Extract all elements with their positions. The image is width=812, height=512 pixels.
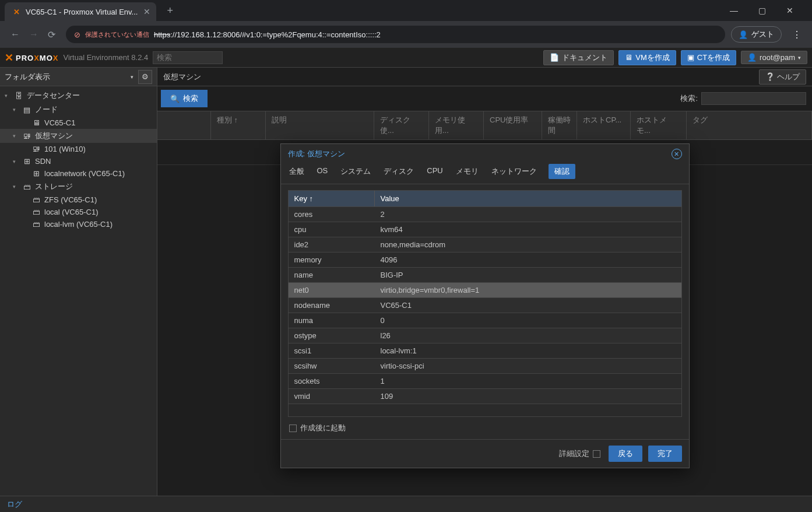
tree-item[interactable]: ▾🗄データセンター [0, 89, 157, 103]
sidebar: フォルダ表示 ▾ ⚙ ▾🗄データセンター▾▤ノード🖥VC65-C1▾🖳仮想マシン… [0, 68, 157, 496]
tree-item[interactable]: 🗃local (VC65-C1) [0, 206, 157, 218]
back-button[interactable]: 戻る [609, 446, 642, 462]
person-icon: 👤 [739, 30, 748, 39]
node-icon: 🖳 [31, 145, 41, 153]
twisty-icon: ▾ [13, 184, 19, 190]
grid-search-input[interactable] [701, 92, 806, 105]
tree-item[interactable]: ▾⊞SDN [0, 155, 157, 167]
forward-icon[interactable]: → [29, 29, 38, 40]
summary-row[interactable]: cores2 [289, 206, 681, 222]
tree-label: 仮想マシン [35, 131, 73, 141]
tree-item[interactable]: ▾🗃ストレージ [0, 180, 157, 194]
browser-tab[interactable]: ✕ VC65-C1 - Proxmox Virtual Env... ✕ [5, 2, 156, 21]
col-tag[interactable]: タグ [687, 111, 812, 139]
close-window-icon[interactable]: ✕ [782, 6, 798, 15]
guest-button[interactable]: 👤 ゲスト [731, 26, 782, 43]
browser-chrome: ✕ VC65-C1 - Proxmox Virtual Env... ✕ + —… [0, 0, 812, 48]
finish-button[interactable]: 完了 [648, 446, 682, 462]
wizard-tab[interactable]: システム [339, 164, 372, 179]
summary-row[interactable]: numa0 [289, 313, 681, 328]
col-uptime[interactable]: 稼働時間 [542, 111, 577, 139]
header-search-input[interactable] [153, 51, 223, 64]
col-disk[interactable]: ディスク使... [374, 111, 429, 139]
log-link[interactable]: ログ [7, 499, 22, 510]
book-icon: 📄 [550, 53, 559, 62]
dialog-title-bar[interactable]: 作成: 仮想マシン ✕ [281, 144, 689, 164]
grid-headers: 種別 ↑ 説明 ディスク使... メモリ使用... CPU使用率 稼働時間 ホス… [157, 111, 812, 140]
create-ct-button[interactable]: ▣CTを作成 [681, 50, 736, 65]
summary-row[interactable]: net0virtio,bridge=vmbr0,firewall=1 [289, 282, 681, 297]
back-icon[interactable]: ← [10, 29, 20, 40]
dialog-close-icon[interactable]: ✕ [672, 149, 682, 159]
summary-row[interactable]: ide2none,media=cdrom [289, 237, 681, 252]
wizard-tab[interactable]: メモリ [455, 164, 480, 179]
value-column-header[interactable]: Value [375, 191, 681, 206]
url-field[interactable]: ⊘ 保護されていない通信 https://192.168.1.12:8006/#… [66, 26, 725, 43]
new-tab-button[interactable]: + [162, 2, 178, 19]
start-after-checkbox[interactable] [289, 425, 297, 432]
wizard-tab[interactable]: ネットワーク [490, 164, 538, 179]
col-type[interactable]: 種別 ↑ [211, 111, 266, 139]
wizard-tab[interactable]: 全般 [288, 164, 305, 179]
reload-icon[interactable]: ⟳ [48, 29, 55, 40]
key-column-header[interactable]: Key ↑ [289, 191, 375, 206]
minimize-icon[interactable]: — [726, 6, 742, 15]
tree-item[interactable]: 🗃local-lvm (VC65-C1) [0, 218, 157, 230]
summary-key: nodename [289, 298, 375, 313]
maximize-icon[interactable]: ▢ [754, 6, 770, 15]
summary-row[interactable]: scsihwvirtio-scsi-pci [289, 358, 681, 373]
col-hostmem[interactable]: ホストメモ... [631, 111, 687, 139]
tree-label: ノード [35, 104, 58, 115]
summary-row[interactable]: nameBIG-IP [289, 267, 681, 282]
summary-key: cpu [289, 222, 375, 237]
tab-title: VC65-C1 - Proxmox Virtual Env... [26, 8, 138, 16]
node-icon: 🗃 [31, 195, 41, 204]
node-icon: ▤ [22, 106, 31, 114]
summary-row[interactable]: scsi1local-lvm:1 [289, 343, 681, 358]
summary-value: VC65-C1 [375, 298, 681, 313]
summary-key: ide2 [289, 237, 375, 252]
summary-row[interactable]: nodenameVC65-C1 [289, 297, 681, 313]
tree-item[interactable]: ▾🖳仮想マシン [0, 129, 157, 143]
create-vm-button[interactable]: 🖥VMを作成 [618, 50, 676, 65]
content-area: 仮想マシン ❔ ヘルプ 🔍 検索 検索: 種別 ↑ 説明 ディスク使... メモ… [157, 68, 812, 496]
tree-item[interactable]: 🖥VC65-C1 [0, 117, 157, 129]
summary-row[interactable]: sockets1 [289, 373, 681, 388]
docs-button[interactable]: 📄ドキュメント [543, 50, 614, 65]
tree-item[interactable]: ⊞localnetwork (VC65-C1) [0, 167, 157, 180]
wizard-tab[interactable]: ディスク [382, 164, 415, 179]
tree-item[interactable]: 🗃ZFS (VC65-C1) [0, 194, 157, 206]
close-icon[interactable]: ✕ [143, 7, 150, 16]
summary-value: 1 [375, 374, 681, 388]
tab-favicon: ✕ [12, 7, 21, 16]
browser-menu-icon[interactable]: ⋮ [788, 29, 806, 40]
col-cpu[interactable]: CPU使用率 [484, 111, 542, 139]
browser-tab-bar: ✕ VC65-C1 - Proxmox Virtual Env... ✕ + —… [0, 0, 812, 21]
user-button[interactable]: 👤root@pam▾ [741, 51, 807, 64]
col-mem[interactable]: メモリ使用... [429, 111, 484, 139]
tree-label: ストレージ [35, 181, 73, 192]
summary-row[interactable]: ostypel26 [289, 328, 681, 343]
search-tab[interactable]: 🔍 検索 [161, 90, 208, 107]
summary-row[interactable]: vmid109 [289, 388, 681, 404]
col-spacer [157, 111, 211, 139]
col-hostcpu[interactable]: ホストCP... [577, 111, 631, 139]
summary-row[interactable]: cpukvm64 [289, 222, 681, 237]
view-selector[interactable]: フォルダ表示 [5, 72, 131, 82]
summary-row[interactable]: memory4096 [289, 252, 681, 267]
gear-icon[interactable]: ⚙ [138, 70, 152, 84]
tree-item[interactable]: ▾▤ノード [0, 103, 157, 117]
tree-item[interactable]: 🖳101 (Win10) [0, 143, 157, 155]
wizard-tab[interactable]: 確認 [549, 164, 575, 179]
wizard-tab[interactable]: OS [316, 164, 329, 179]
advanced-checkbox[interactable] [593, 450, 600, 458]
help-button[interactable]: ❔ ヘルプ [759, 69, 806, 85]
chevron-down-icon[interactable]: ▾ [131, 74, 133, 80]
advanced-toggle[interactable]: 詳細設定 [559, 448, 600, 459]
summary-value: kvm64 [375, 222, 681, 237]
summary-key: net0 [289, 283, 375, 297]
wizard-tab[interactable]: CPU [426, 164, 444, 179]
col-desc[interactable]: 説明 [266, 111, 374, 139]
tree-label: SDN [35, 157, 51, 166]
sidebar-header: フォルダ表示 ▾ ⚙ [0, 68, 157, 86]
